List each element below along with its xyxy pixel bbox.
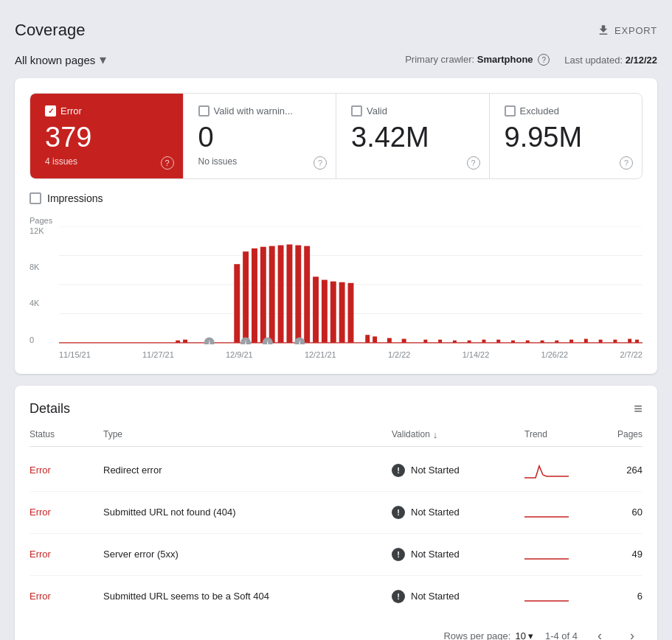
error-tile[interactable]: Error 379 4 issues ? (30, 94, 184, 178)
pages-cell: 49 (598, 549, 642, 560)
excluded-tile[interactable]: Excluded 9.95M ? (490, 94, 642, 178)
svg-rect-39 (628, 338, 631, 342)
details-title: Details (30, 401, 70, 417)
svg-rect-14 (295, 245, 301, 342)
crawler-info: Primary crawler: Smartphone ? Last updat… (405, 54, 657, 66)
sort-icon: ↓ (433, 429, 438, 440)
rows-per-page-select[interactable]: 10 ▾ (515, 630, 533, 640)
valid-warning-checkbox[interactable] (198, 105, 209, 116)
valid-warning-tile[interactable]: Valid with warnin... 0 No issues ? (184, 94, 337, 178)
valid-warning-help-icon[interactable]: ? (314, 156, 327, 170)
download-icon (597, 24, 610, 37)
pages-cell: 264 (598, 465, 642, 476)
trend-cell (524, 586, 598, 607)
pages-cell: 6 (598, 591, 642, 602)
excluded-value: 9.95M (505, 122, 628, 153)
svg-rect-8 (243, 251, 249, 343)
summary-tiles: Error 379 4 issues ? Valid with warnin..… (30, 93, 642, 179)
status-cell: Error (30, 591, 103, 602)
svg-rect-15 (304, 246, 310, 342)
type-cell: Redirect error (103, 465, 392, 476)
svg-text:i: i (208, 340, 209, 344)
page-title: Coverage (15, 21, 85, 40)
valid-tile[interactable]: Valid 3.42M ? (336, 94, 490, 178)
svg-rect-17 (322, 279, 328, 342)
svg-rect-38 (613, 339, 617, 342)
svg-rect-22 (373, 336, 377, 343)
valid-checkbox[interactable] (351, 105, 362, 116)
y-axis-labels: 12K 8K 4K 0 (30, 226, 56, 344)
status-cell: Error (30, 507, 103, 518)
trend-chart (524, 502, 569, 523)
svg-text:i: i (267, 340, 269, 344)
summary-chart-card: Error 379 4 issues ? Valid with warnin..… (15, 78, 657, 374)
prev-page-button[interactable]: ‹ (589, 626, 610, 640)
trend-chart (524, 460, 569, 481)
rows-per-page-label: Rows per page: (443, 630, 510, 640)
svg-rect-35 (569, 339, 573, 342)
valid-value: 3.42M (351, 122, 474, 153)
impressions-label: Impressions (47, 192, 103, 204)
not-started-icon: ! (392, 548, 405, 561)
svg-rect-24 (402, 338, 406, 342)
col-type: Type (103, 429, 392, 440)
svg-rect-11 (269, 246, 275, 342)
chevron-down-icon: ▾ (100, 52, 106, 68)
valid-warning-sub: No issues (198, 156, 322, 167)
svg-rect-12 (278, 245, 284, 342)
next-page-button[interactable]: › (622, 626, 642, 640)
excluded-help-icon[interactable]: ? (620, 156, 633, 170)
table-row[interactable]: Error Redirect error ! Not Started 264 (30, 450, 642, 492)
valid-warning-value: 0 (198, 122, 322, 153)
table-body: Error Redirect error ! Not Started 264 E… (30, 450, 642, 617)
trend-cell (524, 544, 598, 565)
svg-rect-10 (260, 247, 266, 343)
svg-rect-29 (482, 339, 485, 342)
bar-chart: i i i i (59, 226, 642, 344)
col-trend: Trend (524, 429, 598, 440)
valid-help-icon[interactable]: ? (467, 156, 480, 170)
error-value: 379 (45, 122, 168, 153)
table-row[interactable]: Error Submitted URL not found (404) ! No… (30, 492, 642, 534)
svg-rect-13 (286, 244, 292, 342)
svg-rect-19 (339, 282, 345, 343)
svg-rect-25 (423, 339, 427, 342)
type-cell: Submitted URL seems to be a Soft 404 (103, 591, 392, 602)
filter-icon[interactable]: ≡ (634, 400, 642, 417)
chart-area: 12K 8K 4K 0 (30, 226, 642, 344)
table-row[interactable]: Error Submitted URL seems to be a Soft 4… (30, 576, 642, 617)
col-pages: Pages (598, 429, 642, 440)
svg-rect-16 (313, 276, 319, 343)
pages-cell: 60 (598, 507, 642, 518)
svg-rect-6 (183, 339, 187, 342)
impressions-checkbox[interactable] (30, 192, 41, 204)
svg-text:i: i (299, 340, 300, 344)
filter-dropdown[interactable]: All known pages ▾ (15, 52, 106, 68)
type-cell: Submitted URL not found (404) (103, 507, 392, 518)
svg-rect-36 (584, 338, 588, 342)
not-started-icon: ! (392, 506, 405, 519)
error-issues: 4 issues (45, 156, 168, 167)
not-started-icon: ! (392, 464, 405, 477)
svg-rect-21 (365, 335, 370, 343)
details-card: Details ≡ Status Type Validation ↓ Trend… (15, 386, 657, 640)
svg-rect-26 (438, 339, 442, 342)
validation-cell: ! Not Started (392, 506, 524, 519)
error-checkbox[interactable] (45, 105, 56, 116)
y-axis-title: Pages (30, 216, 642, 225)
excluded-checkbox[interactable] (505, 105, 516, 116)
error-help-icon[interactable]: ? (161, 156, 174, 170)
validation-cell: ! Not Started (392, 548, 524, 561)
crawler-help-icon[interactable]: ? (538, 54, 550, 66)
page-info: 1-4 of 4 (545, 630, 578, 640)
col-validation[interactable]: Validation ↓ (392, 429, 524, 440)
not-started-icon: ! (392, 590, 405, 603)
col-status: Status (30, 429, 103, 440)
trend-chart (524, 544, 569, 565)
trend-cell (524, 502, 598, 523)
table-row[interactable]: Error Server error (5xx) ! Not Started 4… (30, 534, 642, 576)
status-cell: Error (30, 549, 103, 560)
trend-cell (524, 460, 598, 481)
status-cell: Error (30, 465, 103, 476)
export-button[interactable]: EXPORT (597, 24, 657, 37)
